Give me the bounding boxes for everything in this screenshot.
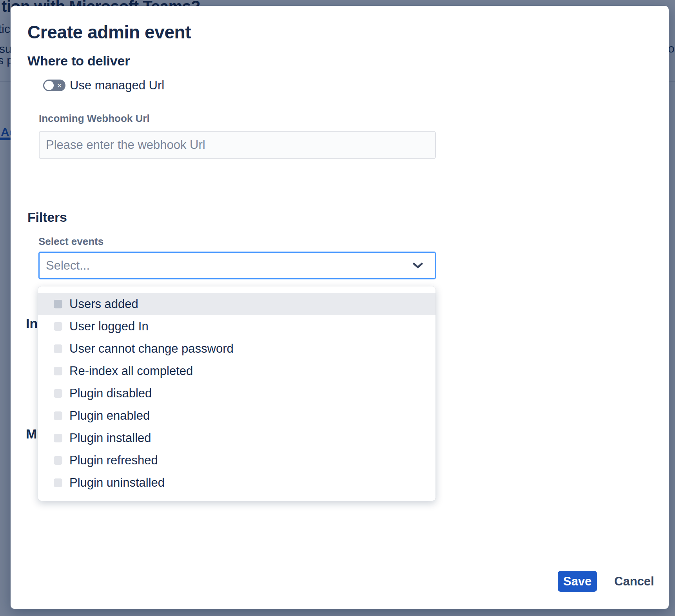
managed-url-toggle[interactable]: ✕ bbox=[43, 80, 65, 91]
dropdown-option-plugin-uninstalled[interactable]: Plugin uninstalled bbox=[38, 471, 435, 494]
dropdown-option-reindex-all-completed[interactable]: Re-index all completed bbox=[38, 360, 435, 382]
checkbox-icon bbox=[54, 344, 62, 353]
dropdown-option-user-cannot-change-password[interactable]: User cannot change password bbox=[38, 337, 435, 360]
checkbox-icon bbox=[54, 322, 62, 331]
dropdown-option-user-logged-in[interactable]: User logged In bbox=[38, 315, 435, 337]
dropdown-option-plugin-installed[interactable]: Plugin installed bbox=[38, 427, 435, 449]
chevron-down-icon bbox=[412, 262, 424, 270]
dropdown-option-plugin-disabled[interactable]: Plugin disabled bbox=[38, 382, 435, 404]
dropdown-option-plugin-enabled[interactable]: Plugin enabled bbox=[38, 404, 435, 427]
checkbox-icon bbox=[54, 367, 62, 375]
toggle-off-x-icon: ✕ bbox=[57, 83, 62, 89]
cancel-button[interactable]: Cancel bbox=[610, 571, 658, 592]
select-placeholder: Select... bbox=[46, 259, 412, 273]
modal-title: Create admin event bbox=[27, 22, 191, 43]
where-to-deliver-heading: Where to deliver bbox=[27, 53, 130, 69]
select-events-dropdown-menu: Users added User logged In User cannot c… bbox=[38, 286, 435, 501]
dropdown-option-users-added[interactable]: Users added bbox=[38, 293, 435, 315]
select-events-label: Select events bbox=[38, 236, 103, 248]
toggle-knob bbox=[44, 81, 54, 90]
filters-heading: Filters bbox=[27, 210, 67, 225]
webhook-url-label: Incoming Webhook Url bbox=[39, 112, 150, 125]
create-admin-event-modal: Create admin event Where to deliver ✕ Us… bbox=[11, 6, 669, 609]
managed-url-toggle-label: Use managed Url bbox=[70, 78, 164, 92]
dropdown-option-plugin-refreshed[interactable]: Plugin refreshed bbox=[38, 449, 435, 471]
checkbox-icon bbox=[54, 434, 62, 442]
checkbox-icon bbox=[54, 389, 62, 398]
checkbox-icon bbox=[54, 411, 62, 420]
webhook-url-input[interactable] bbox=[39, 131, 436, 159]
select-events-control[interactable]: Select... bbox=[38, 252, 436, 279]
checkbox-icon bbox=[54, 478, 62, 487]
checkbox-icon bbox=[54, 456, 62, 465]
save-button[interactable]: Save bbox=[558, 571, 597, 592]
checkbox-icon bbox=[54, 300, 62, 308]
